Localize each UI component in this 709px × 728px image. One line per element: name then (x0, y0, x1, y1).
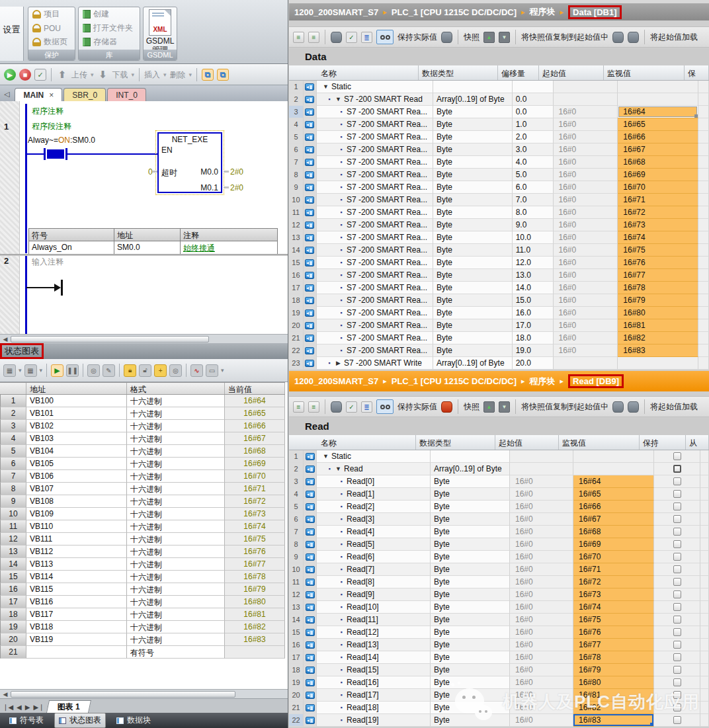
name-cell[interactable]: ▪ Read[15] (317, 664, 431, 676)
current-value-cell[interactable]: 16#77 (225, 558, 285, 571)
delete-caret-icon[interactable]: ▾ (189, 71, 192, 78)
row-number[interactable]: 6 (289, 513, 304, 526)
monitor-value-cell[interactable] (618, 93, 698, 106)
network-comment[interactable]: 输入注释 (32, 257, 63, 268)
row-number[interactable]: 10 (289, 194, 304, 206)
row-number[interactable]: 16 (289, 639, 304, 651)
row-number[interactable]: 22 (289, 344, 304, 357)
start-value-cell[interactable]: 16#0 (554, 344, 618, 357)
caret-icon[interactable]: ▾ (221, 367, 224, 374)
name-cell[interactable]: ▼ Static (317, 81, 433, 93)
protect-project-button[interactable]: 项目 (28, 7, 75, 21)
row-number[interactable]: 6 (0, 458, 26, 470)
name-cell[interactable]: ▪ S7 -200 SMART Rea... (317, 332, 433, 344)
type-cell[interactable]: Byte (433, 344, 513, 357)
row-number[interactable]: 18 (289, 294, 304, 307)
row-number[interactable]: 15 (0, 571, 26, 583)
format-cell[interactable]: 十六进制 (127, 470, 225, 483)
current-value-cell[interactable]: 16#73 (225, 508, 285, 520)
out2-value[interactable]: 2#0 (230, 183, 243, 192)
retain-db-icon[interactable] (441, 401, 452, 413)
name-cell[interactable]: ▪ Read[6] (317, 551, 431, 563)
settings-label[interactable]: 设置 (0, 24, 23, 36)
row-number[interactable]: 21 (289, 332, 304, 344)
retain-checkbox[interactable] (673, 465, 681, 473)
format-cell[interactable]: 十六进制 (127, 608, 225, 621)
start-value-cell[interactable]: 16#0 (554, 244, 618, 257)
name-cell[interactable]: ▪ S7 -200 SMART Rea... (317, 282, 433, 294)
download-caret-icon[interactable]: ▾ (132, 71, 135, 78)
current-value-cell[interactable]: 16#82 (225, 621, 285, 633)
type-cell[interactable]: Byte (431, 538, 510, 551)
name-cell[interactable]: ▪ S7 -200 SMART Rea... (317, 106, 433, 118)
current-value-cell[interactable]: 16#74 (225, 520, 285, 533)
name-cell[interactable]: ▪ S7 -200 SMART Rea... (317, 143, 433, 156)
start-value-cell[interactable]: 16#0 (510, 614, 573, 626)
name-cell[interactable]: ▪ S7 -200 SMART Rea... (317, 257, 433, 269)
name-cell[interactable]: ▪ Read[5] (317, 538, 431, 551)
snapshot-button[interactable]: 快照 (464, 401, 480, 413)
net-exe-block[interactable]: NET_EXE EN 超时 M0.0 M0.1 (157, 132, 222, 193)
row-number[interactable]: 9 (289, 181, 304, 194)
name-cell[interactable]: ▪ S7 -200 SMART Rea... (317, 169, 433, 181)
monitor-value-cell[interactable]: 16#65 (618, 118, 698, 131)
protect-pou-button[interactable]: POU (28, 21, 75, 35)
retain-header[interactable]: 保 (685, 65, 709, 80)
row-number[interactable]: 17 (289, 651, 304, 664)
type-cell[interactable]: Byte (433, 231, 513, 244)
name-cell[interactable]: ▪ ▼ Read (317, 463, 431, 475)
copy-start2-icon[interactable] (628, 32, 639, 43)
name-cell[interactable]: ▪ S7 -200 SMART Rea... (317, 131, 433, 143)
format-cell[interactable]: 十六进制 (127, 445, 225, 458)
row-number[interactable]: 20 (289, 689, 304, 702)
name-cell[interactable]: ▪ Read[7] (317, 563, 431, 576)
load-start-values-button[interactable]: 将起始值加载 (650, 401, 698, 413)
lib-openfolder-button[interactable]: 打开文件夹 (79, 21, 140, 35)
compile-button[interactable]: ✓ (34, 69, 46, 81)
start-value-header[interactable]: 起始值 (495, 435, 559, 450)
monitor-value-cell[interactable]: 16#65 (573, 488, 654, 501)
name-cell[interactable]: ▪ Read[17] (317, 689, 431, 702)
monitor-value-cell[interactable]: 16#77 (618, 269, 698, 282)
row-number[interactable]: 15 (289, 626, 304, 639)
type-cell[interactable]: Byte (433, 181, 513, 194)
type-cell[interactable]: Array[0..19] of Byte (431, 463, 510, 475)
program-comment[interactable]: 程序注释 (32, 106, 63, 117)
run-button[interactable]: ▶ (4, 69, 16, 81)
row-number[interactable]: 8 (0, 483, 26, 495)
row-number[interactable]: 7 (0, 470, 26, 483)
row-number[interactable]: 23 (289, 357, 304, 370)
monitor-value-cell[interactable]: 16#74 (618, 231, 698, 244)
address-cell[interactable]: VB114 (26, 571, 127, 583)
chart-hscrollbar[interactable]: ◀ (0, 689, 288, 698)
retain-checkbox[interactable] (673, 628, 681, 636)
current-value-cell[interactable]: 16#65 (225, 407, 285, 420)
type-cell[interactable]: Byte (433, 219, 513, 231)
type-cell[interactable]: Byte (433, 131, 513, 143)
monitor-value-cell[interactable]: 16#67 (618, 143, 698, 156)
type-cell[interactable]: Byte (431, 702, 510, 714)
name-cell[interactable]: ▪ S7 -200 SMART Rea... (317, 206, 433, 219)
start-value-cell[interactable]: 16#0 (554, 257, 618, 269)
row-number[interactable]: 9 (289, 551, 304, 563)
monitor-value-cell[interactable]: 16#69 (618, 169, 698, 181)
insert-caret-icon[interactable]: ▾ (163, 71, 167, 78)
monitor-value-cell[interactable]: 16#72 (618, 206, 698, 219)
monitor-value-cell[interactable] (573, 450, 654, 463)
current-value-cell[interactable]: 16#81 (225, 608, 285, 621)
read-forced-button[interactable]: ◎ (169, 364, 182, 377)
row-number[interactable]: 3 (289, 106, 304, 118)
row-number[interactable]: 17 (289, 282, 304, 294)
add-chart-button[interactable]: ▦ (3, 364, 16, 377)
row-number[interactable]: 10 (0, 508, 26, 520)
monitor-value-cell[interactable]: 16#83 (618, 344, 698, 357)
name-cell[interactable]: ▪ S7 -200 SMART Rea... (317, 294, 433, 307)
start-value-cell[interactable]: 16#0 (554, 143, 618, 156)
monitor-value-cell[interactable]: 16#69 (573, 538, 654, 551)
row-number[interactable]: 17 (0, 596, 26, 608)
retain-checkbox[interactable] (673, 565, 681, 573)
row-number[interactable]: 20 (289, 319, 304, 332)
name-cell[interactable]: ▪ Read[2] (317, 501, 431, 513)
force-all-button[interactable]: + (154, 364, 167, 377)
row-number[interactable]: 18 (0, 608, 26, 621)
